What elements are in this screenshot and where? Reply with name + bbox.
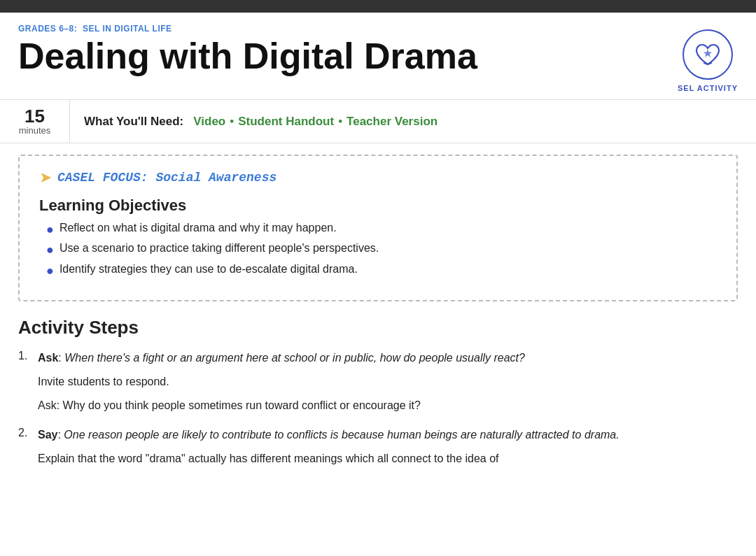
time-unit: minutes — [19, 125, 51, 136]
objective-item-2: ● Use a scenario to practice taking diff… — [46, 242, 717, 258]
casel-focus-row: ➤ CASEL FOCUS: Social Awareness — [39, 170, 717, 185]
step-item-1: 1. Ask: When there's a fight or an argum… — [18, 350, 738, 414]
step-1-response: Invite students to respond. — [38, 373, 738, 390]
step-1-ask2: Ask: Why do you think people sometimes r… — [38, 397, 738, 414]
sel-icon-container — [682, 29, 733, 80]
step-1-text: Ask: When there's a fight or an argument… — [38, 350, 738, 366]
objective-item-3: ● Identify strategies they can use to de… — [46, 263, 717, 279]
step-1-bold: Ask — [38, 352, 58, 364]
needs-block: What You'll Need: Video • Student Handou… — [70, 100, 451, 143]
grade-prefix: GRADES 6–8: — [18, 24, 77, 34]
step-1-ask2-italic: Why do you think people sometimes run to… — [63, 399, 421, 411]
step-2-text: Say: One reason people are likely to con… — [38, 427, 738, 443]
step-2-italic: One reason people are likely to contribu… — [64, 429, 619, 441]
dot-2: • — [338, 115, 342, 129]
bullet-2: ● — [46, 242, 54, 258]
casel-box: ➤ CASEL FOCUS: Social Awareness Learning… — [18, 155, 738, 301]
svg-marker-0 — [704, 49, 712, 57]
objective-item-1: ● Reflect on what is digital drama and w… — [46, 222, 717, 238]
activity-steps-title: Activity Steps — [18, 317, 738, 338]
header-left: GRADES 6–8: SEL IN DIGITAL LIFE Dealing … — [18, 24, 477, 76]
grade-label: GRADES 6–8: SEL IN DIGITAL LIFE — [18, 24, 477, 34]
bullet-1: ● — [46, 222, 54, 238]
needs-label: What You'll Need: — [84, 115, 183, 129]
step-number-1: 1. — [18, 350, 27, 362]
main-content: ➤ CASEL FOCUS: Social Awareness Learning… — [0, 143, 756, 491]
dot-1: • — [230, 115, 234, 129]
step-1-italic: When there's a fight or an argument here… — [64, 352, 525, 364]
grade-category: SEL IN DIGITAL LIFE — [83, 24, 172, 34]
step-1-ask2-bold: Ask — [38, 399, 57, 411]
teacher-version-link[interactable]: Teacher Version — [346, 115, 438, 129]
objectives-list: ● Reflect on what is digital drama and w… — [39, 222, 717, 279]
step-item-2: 2. Say: One reason people are likely to … — [18, 427, 738, 467]
sel-activity-label: SEL ACTIVITY — [678, 84, 738, 92]
time-block: 15 minutes — [0, 100, 70, 143]
bullet-3: ● — [46, 263, 54, 279]
video-link[interactable]: Video — [193, 115, 225, 129]
learning-objectives-title: Learning Objectives — [39, 197, 717, 215]
student-handout-link[interactable]: Student Handout — [238, 115, 334, 129]
step-2-bold: Say — [38, 429, 57, 441]
info-bar: 15 minutes What You'll Need: Video • Stu… — [0, 100, 756, 143]
step-2-followup: Explain that the word "drama" actually h… — [38, 450, 738, 467]
header-area: GRADES 6–8: SEL IN DIGITAL LIFE Dealing … — [0, 13, 756, 100]
top-bar — [0, 0, 756, 13]
time-number: 15 — [24, 107, 45, 125]
sel-icon — [692, 39, 723, 70]
casel-arrow-icon: ➤ — [39, 170, 52, 185]
header-right: SEL ACTIVITY — [678, 29, 738, 92]
casel-focus-text: CASEL FOCUS: Social Awareness — [57, 171, 276, 185]
steps-list: 1. Ask: When there's a fight or an argum… — [18, 350, 738, 467]
step-number-2: 2. — [18, 427, 27, 439]
page-title: Dealing with Digital Drama — [18, 36, 477, 76]
